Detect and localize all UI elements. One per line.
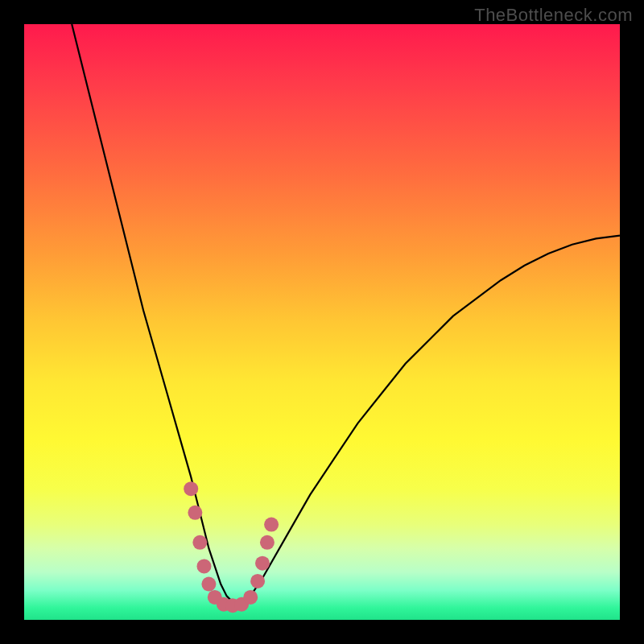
bottleneck-curve	[72, 24, 620, 605]
curve-marker	[184, 481, 198, 496]
curve-marker	[196, 559, 211, 573]
curve-marker	[255, 556, 270, 571]
curve-marker	[192, 535, 207, 550]
curve-marker	[260, 535, 275, 550]
chart-frame: TheBottleneck.com	[0, 0, 644, 644]
curve-marker	[188, 506, 202, 520]
curve-marker	[201, 577, 216, 592]
watermark-text: TheBottleneck.com	[474, 5, 633, 26]
curve-layer	[24, 24, 620, 620]
curve-marker	[243, 590, 258, 605]
curve-marker	[264, 518, 279, 532]
plot-area	[24, 24, 620, 620]
curve-marker	[250, 574, 265, 588]
